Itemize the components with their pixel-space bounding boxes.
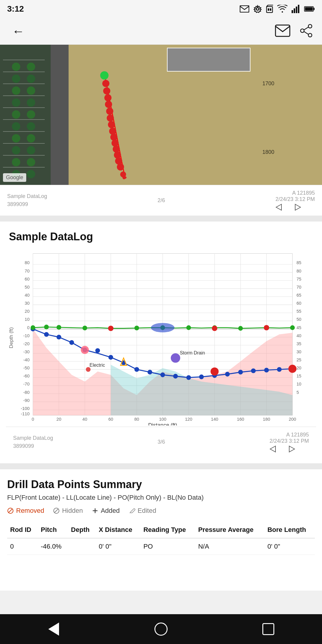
svg-text:50: 50 <box>25 285 30 290</box>
report-footer-1-center: 2/6 <box>157 197 165 204</box>
svg-point-82 <box>199 374 204 379</box>
svg-rect-8 <box>298 5 299 13</box>
svg-point-106 <box>171 353 180 363</box>
col-pressure-avg: Pressure Average <box>195 522 264 538</box>
svg-text:-90: -90 <box>23 398 30 403</box>
svg-point-91 <box>44 325 49 329</box>
svg-text:200: 200 <box>289 417 296 422</box>
cell-pitch: -46.0% <box>38 538 68 555</box>
legend-added: Added <box>92 507 120 515</box>
cell-x-distance: 0' 0" <box>96 538 140 555</box>
svg-rect-10 <box>313 8 315 10</box>
back-triangle-icon <box>48 623 59 636</box>
nav-recent-button[interactable] <box>259 620 277 638</box>
next-icon[interactable] <box>289 204 301 211</box>
svg-text:60: 60 <box>108 417 113 422</box>
nav-icons-1 <box>275 204 315 211</box>
legend-edited: Edited <box>129 507 156 515</box>
cell-bore-length: 0' 0" <box>264 538 315 555</box>
svg-point-24 <box>106 108 113 115</box>
svg-text:140: 140 <box>211 417 218 422</box>
svg-point-95 <box>134 326 139 330</box>
svg-text:-30: -30 <box>23 349 30 354</box>
svg-point-90 <box>31 325 35 330</box>
svg-point-99 <box>238 326 243 331</box>
mail-button[interactable] <box>275 24 290 38</box>
status-icons <box>240 5 315 13</box>
svg-point-30 <box>113 145 120 153</box>
prev-icon[interactable] <box>275 204 287 211</box>
nav-home-button[interactable] <box>152 620 170 638</box>
svg-rect-3 <box>268 8 269 11</box>
svg-line-168 <box>9 509 12 513</box>
svg-text:80: 80 <box>25 260 30 265</box>
svg-text:10: 10 <box>296 382 301 386</box>
svg-point-102 <box>108 326 114 331</box>
svg-rect-6 <box>294 8 295 13</box>
svg-point-92 <box>57 325 61 330</box>
col-x-distance: X Distance <box>96 522 140 538</box>
next-icon-2[interactable] <box>283 445 295 453</box>
svg-point-71 <box>57 335 61 340</box>
svg-point-112 <box>210 367 219 375</box>
report-footer-2-right: A 121895 2/24/23 3:12 PM <box>270 432 309 453</box>
svg-point-86 <box>251 369 256 373</box>
svg-point-80 <box>173 374 178 379</box>
svg-text:30: 30 <box>25 301 30 306</box>
svg-text:50: 50 <box>296 317 301 322</box>
svg-marker-36 <box>295 204 301 210</box>
prev-icon-2[interactable] <box>270 445 281 453</box>
svg-text:5: 5 <box>296 390 299 395</box>
table-row: 0 -46.0% 0' 0" PO N/A 0' 0" <box>7 538 315 555</box>
svg-text:20: 20 <box>25 309 30 314</box>
svg-point-23 <box>105 101 112 108</box>
report-date-1: 2/24/23 3:12 PM <box>275 196 315 202</box>
share-button[interactable] <box>299 24 313 39</box>
map-container[interactable]: Lind Ave SW 1700 1800 <box>0 45 322 185</box>
nav-back-button[interactable] <box>45 620 63 638</box>
chart-section: Sample DataLog <box>0 222 322 463</box>
svg-point-103 <box>212 326 217 331</box>
svg-rect-7 <box>296 7 297 13</box>
section-divider-1 <box>0 216 322 222</box>
report-footer-1: Sample DataLog 3899099 2/6 A 121895 2/24… <box>0 185 322 216</box>
svg-text:120: 120 <box>185 417 192 422</box>
col-rod-id: Rod ID <box>7 522 38 538</box>
svg-point-111 <box>81 346 89 354</box>
svg-point-19 <box>100 71 109 80</box>
report-id-2: 3899099 <box>13 442 53 450</box>
drill-section-subtitle: FLP(Front Locate) - LL(Locate Line) - PO… <box>7 494 315 501</box>
drill-section: Drill Data Points Summary FLP(Front Loca… <box>0 469 322 561</box>
svg-rect-12 <box>275 25 290 36</box>
svg-rect-5 <box>292 10 293 13</box>
legend-hidden-label: Hidden <box>62 507 83 515</box>
svg-point-28 <box>110 134 117 141</box>
svg-text:-20: -20 <box>23 341 30 346</box>
svg-text:-110: -110 <box>21 411 30 416</box>
svg-point-74 <box>95 348 100 353</box>
svg-text:40: 40 <box>25 293 30 298</box>
legend-hidden: Hidden <box>53 507 83 515</box>
col-bore-length: Bore Length <box>264 522 315 538</box>
bottom-nav <box>0 614 322 644</box>
svg-point-33 <box>117 163 124 171</box>
svg-point-101 <box>290 325 295 330</box>
svg-point-78 <box>148 370 152 374</box>
svg-text:55: 55 <box>296 309 301 314</box>
svg-text:-100: -100 <box>21 406 30 411</box>
edited-icon <box>129 507 135 514</box>
col-pitch: Pitch <box>38 522 68 538</box>
back-button[interactable]: ← <box>9 21 27 41</box>
svg-point-77 <box>134 367 139 372</box>
svg-point-22 <box>104 94 112 101</box>
svg-point-113 <box>288 365 296 373</box>
svg-point-31 <box>114 151 121 159</box>
svg-text:0: 0 <box>32 417 34 422</box>
report-footer-1-right: A 121895 2/24/23 3:12 PM <box>275 190 315 211</box>
svg-rect-4 <box>270 8 271 11</box>
battery-status-icon <box>304 6 315 12</box>
col-depth: Depth <box>68 522 96 538</box>
svg-point-27 <box>109 128 116 135</box>
status-bar: 3:12 <box>0 0 322 18</box>
svg-text:180: 180 <box>263 417 270 422</box>
